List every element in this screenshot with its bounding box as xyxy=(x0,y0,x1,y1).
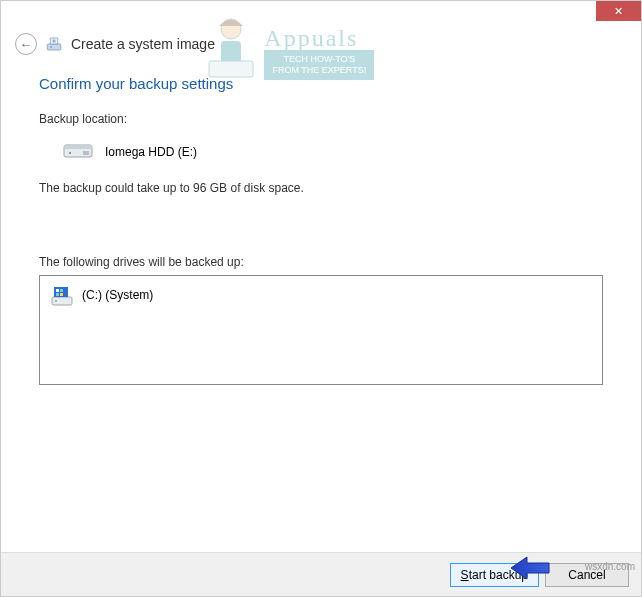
content-area: Confirm your backup settings Backup loca… xyxy=(1,65,641,385)
svg-rect-7 xyxy=(64,145,92,149)
confirm-heading: Confirm your backup settings xyxy=(39,75,603,92)
header: ← Create a system image xyxy=(1,29,641,65)
svg-rect-14 xyxy=(60,289,63,292)
svg-point-2 xyxy=(52,39,55,42)
disk-space-text: The backup could take up to 96 GB of dis… xyxy=(39,181,603,195)
svg-rect-15 xyxy=(56,293,59,296)
system-drive-icon xyxy=(50,284,72,306)
svg-rect-9 xyxy=(83,151,89,155)
svg-rect-0 xyxy=(47,44,61,50)
watermark-site: wsxdn.com xyxy=(585,561,635,572)
backup-location-row: Iomega HDD (E:) xyxy=(39,140,603,163)
page-title: Create a system image xyxy=(71,36,215,52)
close-button[interactable]: ✕ xyxy=(596,1,641,21)
back-button[interactable]: ← xyxy=(15,33,37,55)
back-arrow-icon: ← xyxy=(20,37,33,52)
backup-location-value: Iomega HDD (E:) xyxy=(105,145,197,159)
button-bar: Start backup Cancel xyxy=(1,552,641,596)
window-titlebar: ✕ xyxy=(1,1,641,29)
drives-label: The following drives will be backed up: xyxy=(39,255,603,269)
svg-point-11 xyxy=(55,300,57,302)
svg-point-8 xyxy=(69,152,71,154)
start-backup-button[interactable]: Start backup xyxy=(450,563,539,587)
svg-point-1 xyxy=(50,46,52,48)
backup-location-label: Backup location: xyxy=(39,112,603,126)
svg-rect-16 xyxy=(60,293,63,296)
drive-label: (C:) (System) xyxy=(82,288,153,302)
hard-drive-icon xyxy=(63,140,93,163)
system-image-icon xyxy=(45,35,63,53)
drives-list: (C:) (System) xyxy=(39,275,603,385)
list-item: (C:) (System) xyxy=(48,282,594,308)
close-icon: ✕ xyxy=(614,5,623,18)
svg-rect-13 xyxy=(56,289,59,292)
